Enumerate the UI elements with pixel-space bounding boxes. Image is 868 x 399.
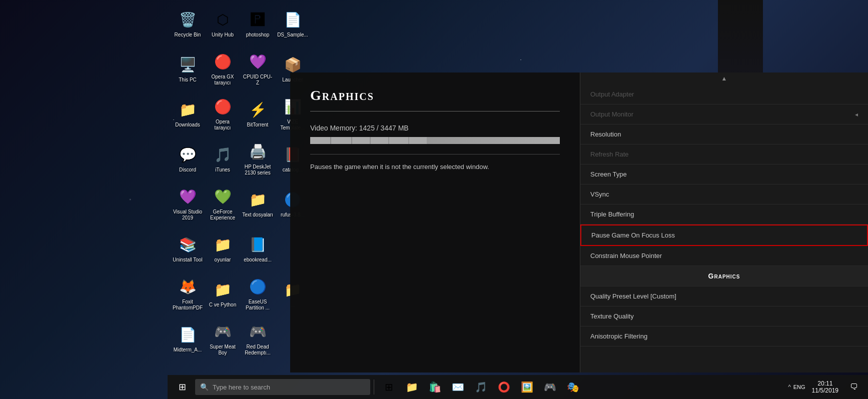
cpuid-label: CPUID CPU-Z bbox=[242, 74, 273, 86]
settings-item-vsync[interactable]: VSync bbox=[580, 184, 868, 204]
downloads-label: Downloads bbox=[175, 122, 200, 128]
desktop-icon-downloads[interactable]: 📁Downloads bbox=[170, 92, 205, 135]
discord-label: Discord bbox=[179, 167, 196, 173]
taskbar-icon-game1[interactable]: 🎮 bbox=[539, 376, 561, 398]
desktop-icon-hp-deskjet[interactable]: 🖨️HP DeskJet 2130 series bbox=[240, 138, 275, 180]
taskbar-icon-mail[interactable]: ✉️ bbox=[447, 376, 469, 398]
midterm-label: Midterm_A... bbox=[174, 347, 202, 353]
up-arrow-icon: ▲ bbox=[721, 75, 727, 82]
desktop-icon-foxit[interactable]: 🦊Foxit PhantomPDF bbox=[170, 272, 205, 315]
unity-hub-label: Unity Hub bbox=[212, 32, 234, 38]
search-icon: 🔍 bbox=[200, 383, 209, 391]
desktop-icon-bittorrent[interactable]: ⚡BitTorrent bbox=[240, 92, 275, 135]
desktop-icon-unity-hub[interactable]: ⬡Unity Hub bbox=[205, 2, 240, 45]
desktop-icon-discord[interactable]: 💬Discord bbox=[170, 138, 205, 180]
taskbar-icon-gallery[interactable]: 🖼️ bbox=[516, 376, 538, 398]
desktop-icon-ebook-reader[interactable]: 📘ebookread... bbox=[240, 228, 275, 270]
clock-time: 20:11 bbox=[817, 380, 832, 387]
desktop-icon-cpuid[interactable]: 💜CPUID CPU-Z bbox=[240, 48, 275, 90]
settings-item-texture-quality[interactable]: Texture Quality bbox=[580, 306, 868, 326]
opera-gx-icon-img: 🔴 bbox=[213, 52, 233, 72]
hp-deskjet-label: HP DeskJet 2130 series bbox=[242, 164, 273, 176]
itunes-label: iTunes bbox=[215, 167, 230, 173]
desktop-icon-c-python[interactable]: 📁C ve Python bbox=[205, 272, 240, 315]
settings-section-graphics-section: Graphics bbox=[580, 266, 868, 286]
clock-date: 11/5/2019 bbox=[812, 387, 838, 394]
mem-seg-5 bbox=[389, 137, 408, 144]
desktop-icons-grid: 🗑️Recycle Bin⬡Unity Hub🅿photoshop📄DS_Sam… bbox=[168, 0, 298, 365]
desktop-icon-opera[interactable]: 🔴Opera tarayıcı bbox=[205, 92, 240, 135]
settings-label-pause-game: Pause Game On Focus Loss bbox=[591, 232, 675, 239]
ebook-reader-label: ebookread... bbox=[244, 257, 272, 263]
desktop-icon-midterm[interactable]: 📄Midterm_A... bbox=[170, 318, 205, 360]
visual-studio-label: Visual Studio 2019 bbox=[172, 209, 203, 221]
mem-seg-1 bbox=[310, 137, 330, 144]
system-tray: ^ bbox=[788, 384, 791, 390]
desktop-icon-ds-sample[interactable]: 📄DS_Sample... bbox=[275, 2, 310, 45]
desktop-icon-recycle-bin[interactable]: 🗑️Recycle Bin bbox=[170, 2, 205, 45]
c-python-label: C ve Python bbox=[209, 302, 236, 308]
eng-label[interactable]: ENG bbox=[793, 384, 805, 390]
settings-label-resolution: Resolution bbox=[590, 130, 621, 138]
hp-deskjet-icon-img: 🖨️ bbox=[248, 142, 268, 162]
notification-icon[interactable]: 🗨 bbox=[845, 376, 863, 398]
taskbar-icon-task-view[interactable]: ⊞ bbox=[378, 376, 400, 398]
taskbar-icon-opera-tb[interactable]: ⭕ bbox=[493, 376, 515, 398]
video-memory-label: Video Memory: 1425 / 3447 MB bbox=[310, 124, 560, 132]
desktop-icon-opera-gx[interactable]: 🔴Opera GX tarayıcı bbox=[205, 48, 240, 90]
taskbar-icon-spotify[interactable]: 🎵 bbox=[470, 376, 492, 398]
opera-label: Opera tarayıcı bbox=[207, 119, 238, 131]
foxit-label: Foxit PhantomPDF bbox=[172, 299, 203, 311]
easeus-icon-img: 🔵 bbox=[248, 277, 268, 297]
bittorrent-icon-img: ⚡ bbox=[248, 100, 268, 120]
this-pc-icon-img: 🖥️ bbox=[178, 55, 198, 75]
settings-item-constrain-mouse[interactable]: Constrain Mouse Pointer bbox=[580, 246, 868, 266]
desktop-icon-uninstall-tool[interactable]: 📚Uninstall Tool bbox=[170, 228, 205, 270]
start-button[interactable]: ⊞ bbox=[170, 375, 194, 399]
desktop-icon-geforce[interactable]: 💚GeForce Experience bbox=[205, 182, 240, 225]
ds-sample-label: DS_Sample... bbox=[277, 32, 308, 38]
desktop-icon-text-dosyalari[interactable]: 📁Text dosyaları bbox=[240, 182, 275, 225]
clock-area[interactable]: 20:11 11/5/2019 bbox=[808, 380, 842, 394]
settings-item-output-monitor: Output Monitor◂ bbox=[580, 104, 868, 124]
settings-value-output-monitor: ◂ bbox=[855, 111, 858, 118]
settings-item-resolution[interactable]: Resolution bbox=[580, 124, 868, 144]
desktop-icon-red-dead[interactable]: 🎮Red Dead Redemptı... bbox=[240, 318, 275, 360]
settings-label-vsync: VSync bbox=[590, 190, 609, 198]
taskbar-icon-store[interactable]: 🛍️ bbox=[424, 376, 446, 398]
ebook-reader-icon-img: 📘 bbox=[248, 235, 268, 255]
settings-item-triple-buffering[interactable]: Triple Buffering bbox=[580, 204, 868, 224]
visual-studio-icon-img: 💜 bbox=[178, 187, 198, 207]
desktop-icon-easeus[interactable]: 🔵EaseUS Partition ... bbox=[240, 272, 275, 315]
red-dead-icon-img: 🎮 bbox=[248, 322, 268, 342]
geforce-icon-img: 💚 bbox=[213, 187, 233, 207]
search-text: Type here to search bbox=[213, 384, 270, 391]
desktop-icon-super-meat-boy[interactable]: 🎮Super Meat Boy bbox=[205, 318, 240, 360]
search-bar[interactable]: 🔍 Type here to search bbox=[195, 379, 370, 395]
chevron-icon[interactable]: ^ bbox=[788, 384, 791, 390]
taskbar-icon-game2[interactable]: 🎭 bbox=[562, 376, 584, 398]
desktop-icon-this-pc[interactable]: 🖥️This PC bbox=[170, 48, 205, 90]
settings-item-quality-preset[interactable]: Quality Preset Level [Custom] bbox=[580, 286, 868, 306]
taskbar-divider bbox=[374, 380, 374, 394]
settings-item-anisotropic[interactable]: Anisotropic Filtering bbox=[580, 326, 868, 346]
opera-icon-img: 🔴 bbox=[213, 97, 233, 117]
panel-main-content: Graphics Video Memory: 1425 / 3447 MB Pa… bbox=[290, 72, 580, 372]
photoshop-label: photoshop bbox=[246, 32, 270, 38]
easeus-label: EaseUS Partition ... bbox=[242, 299, 273, 311]
settings-item-pause-game[interactable]: Pause Game On Focus Loss bbox=[580, 224, 868, 246]
settings-label-quality-preset: Quality Preset Level [Custom] bbox=[590, 292, 676, 300]
taskbar: ⊞ 🔍 Type here to search ⊞📁🛍️✉️🎵⭕🖼️🎮🎭 ^ E… bbox=[168, 375, 868, 399]
super-meat-boy-icon-img: 🎮 bbox=[213, 322, 233, 342]
downloads-icon-img: 📁 bbox=[178, 100, 198, 120]
red-dead-label: Red Dead Redemptı... bbox=[242, 344, 273, 356]
mem-seg-4 bbox=[371, 137, 388, 144]
desktop-icon-visual-studio[interactable]: 💜Visual Studio 2019 bbox=[170, 182, 205, 225]
settings-item-screen-type[interactable]: Screen Type bbox=[580, 164, 868, 184]
super-meat-boy-label: Super Meat Boy bbox=[207, 344, 238, 356]
settings-list[interactable]: ▲ Output AdapterOutput Monitor◂Resolutio… bbox=[580, 72, 868, 372]
taskbar-icon-file-explorer[interactable]: 📁 bbox=[401, 376, 423, 398]
desktop-icon-oyunlar[interactable]: 📁oyunlar bbox=[205, 228, 240, 270]
desktop-icon-photoshop[interactable]: 🅿photoshop bbox=[240, 2, 275, 45]
desktop-icon-itunes[interactable]: 🎵iTunes bbox=[205, 138, 240, 180]
